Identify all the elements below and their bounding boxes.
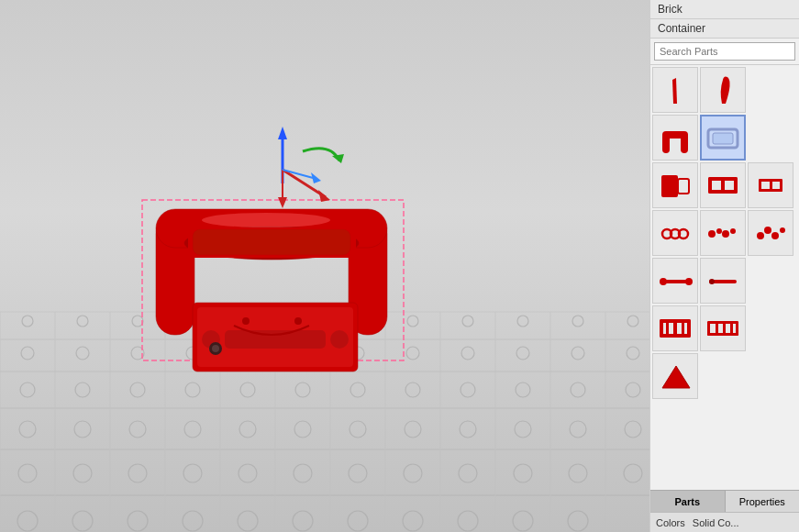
panel-tabs: Brick Container xyxy=(650,0,799,39)
search-container xyxy=(650,39,799,65)
svg-point-138 xyxy=(708,230,716,238)
svg-rect-133 xyxy=(770,179,772,192)
parts-row xyxy=(652,305,797,351)
svg-rect-129 xyxy=(734,177,738,194)
svg-rect-122 xyxy=(713,133,733,144)
svg-rect-132 xyxy=(759,179,761,192)
svg-rect-163 xyxy=(730,321,733,336)
svg-rect-156 xyxy=(666,319,669,338)
bottom-tabs: Parts Properties xyxy=(650,490,799,512)
svg-point-148 xyxy=(685,278,693,285)
part-fence[interactable] xyxy=(700,162,746,208)
part-stick-medium[interactable] xyxy=(700,258,746,304)
svg-rect-147 xyxy=(665,280,687,283)
part-stick-long[interactable] xyxy=(652,258,698,304)
tab-brick[interactable]: Brick xyxy=(650,0,799,19)
svg-marker-165 xyxy=(662,366,690,388)
grid-canvas xyxy=(0,0,649,532)
svg-rect-164 xyxy=(736,321,738,336)
part-fence-small[interactable] xyxy=(748,162,793,208)
tab-properties[interactable]: Properties xyxy=(726,491,800,512)
right-panel: Brick Container xyxy=(649,0,799,532)
svg-point-100 xyxy=(202,213,330,227)
parts-row xyxy=(652,162,797,208)
svg-rect-99 xyxy=(193,229,350,255)
svg-rect-155 xyxy=(687,319,691,338)
svg-rect-161 xyxy=(716,321,718,336)
part-panel-side[interactable] xyxy=(652,162,698,208)
parts-grid xyxy=(650,65,799,490)
svg-point-143 xyxy=(764,227,771,234)
part-ball-chain2[interactable] xyxy=(748,210,793,256)
svg-point-142 xyxy=(757,232,764,239)
parts-row xyxy=(652,67,797,113)
svg-rect-157 xyxy=(682,319,684,338)
part-handle-bar[interactable] xyxy=(652,115,698,161)
part-wedge[interactable] xyxy=(652,353,698,399)
svg-rect-162 xyxy=(723,321,726,336)
part-spike-curved[interactable] xyxy=(700,67,746,113)
svg-point-140 xyxy=(722,230,729,238)
svg-point-108 xyxy=(294,317,302,325)
part-fence-wide[interactable] xyxy=(652,305,698,351)
tab-container[interactable]: Container xyxy=(650,19,799,39)
svg-rect-2 xyxy=(0,0,649,532)
solid-label: Solid Co... xyxy=(693,517,739,528)
svg-rect-134 xyxy=(780,179,782,192)
svg-rect-127 xyxy=(708,177,712,194)
part-ball-chain[interactable] xyxy=(700,210,746,256)
svg-rect-160 xyxy=(707,321,710,336)
svg-rect-106 xyxy=(197,307,353,367)
parts-row xyxy=(652,258,797,304)
parts-row xyxy=(652,210,797,256)
svg-point-145 xyxy=(780,227,785,233)
svg-point-141 xyxy=(730,228,736,234)
app-container: Brick Container xyxy=(0,0,799,532)
color-label: Colors xyxy=(656,517,685,528)
svg-point-144 xyxy=(771,232,779,239)
svg-rect-123 xyxy=(661,175,678,197)
svg-point-139 xyxy=(716,228,722,234)
svg-rect-128 xyxy=(721,177,725,194)
part-spike-narrow[interactable] xyxy=(652,67,698,113)
svg-rect-153 xyxy=(660,319,663,338)
parts-row xyxy=(652,353,797,399)
svg-rect-120 xyxy=(662,131,688,139)
viewport-3d[interactable] xyxy=(0,0,649,532)
part-fence-rail[interactable] xyxy=(700,305,746,351)
svg-point-107 xyxy=(242,317,250,325)
svg-rect-154 xyxy=(673,319,677,338)
part-frame-window[interactable] xyxy=(700,115,746,161)
search-input[interactable] xyxy=(654,42,795,61)
parts-row xyxy=(652,115,797,161)
part-chain[interactable] xyxy=(652,210,698,256)
svg-point-150 xyxy=(709,279,715,284)
tab-parts[interactable]: Parts xyxy=(650,491,726,512)
status-bar: Colors Solid Co... xyxy=(650,512,799,532)
svg-rect-124 xyxy=(678,179,689,194)
